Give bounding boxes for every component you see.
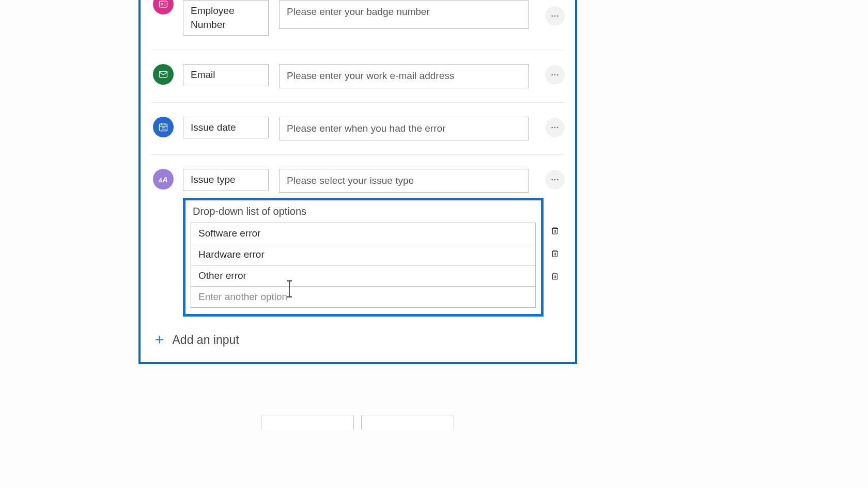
dropdown-options-list [191,223,536,308]
svg-rect-9 [160,71,167,77]
footer-button[interactable] [261,416,354,429]
input-prompt-field[interactable]: Please enter your badge number [279,0,529,29]
dropdown-panel-title: Drop-down list of options [193,206,536,217]
text-aa-glyph: AA [159,176,168,184]
ellipsis-icon [550,11,560,21]
text-type-icon: AA [153,169,174,190]
svg-point-22 [554,179,556,181]
svg-text:21: 21 [162,127,166,130]
svg-point-21 [551,179,553,181]
dropdown-option-input[interactable] [191,223,535,244]
dropdown-delete-column [549,225,561,282]
delete-option-button[interactable] [549,271,561,282]
dropdown-option-row [191,244,535,265]
svg-point-10 [551,74,553,76]
row-more-button[interactable] [545,118,565,137]
dropdown-option-row [191,223,535,244]
input-name-field[interactable]: Issue date [183,117,269,139]
dropdown-option-input[interactable] [191,265,535,286]
ellipsis-icon [550,175,560,184]
svg-point-12 [557,74,559,76]
plus-icon: + [155,332,164,348]
row-more-button[interactable] [545,65,565,85]
ellipsis-icon [550,70,560,80]
svg-rect-30 [553,274,557,280]
dropdown-new-option-input[interactable] [191,287,535,307]
svg-point-11 [554,74,556,76]
ellipsis-icon [550,123,560,132]
delete-option-button[interactable] [549,248,561,259]
svg-rect-0 [160,1,167,7]
input-name-field[interactable]: Email [183,64,269,86]
footer-button-group [261,416,454,429]
input-row-employee-number: Employee Number Please enter your badge … [151,0,565,50]
email-type-icon [153,64,174,85]
number-type-icon [153,0,174,14]
add-input-label: Add an input [173,333,239,347]
svg-point-23 [557,179,559,181]
trigger-inputs-card: Employee Number Please enter your badge … [138,0,577,364]
input-row-email: Email Please enter your work e-mail addr… [151,50,565,102]
dropdown-options-panel: Drop-down list of options [183,198,544,317]
date-type-icon: 21 [153,117,174,137]
svg-point-19 [554,127,556,128]
trash-icon [550,249,560,258]
svg-point-6 [551,15,553,17]
svg-point-18 [551,127,553,128]
trash-icon [550,226,560,235]
trash-icon [550,272,560,281]
dropdown-option-input[interactable] [191,244,535,265]
input-prompt-field[interactable]: Please enter when you had the error [279,117,529,140]
delete-option-button[interactable] [549,225,561,237]
input-prompt-field[interactable]: Please select your issue type [279,169,529,193]
svg-rect-24 [553,229,557,234]
input-row-issue-type: AA Issue type Please select your issue t… [151,155,565,322]
footer-button[interactable] [361,416,454,429]
row-more-button[interactable] [545,6,565,26]
svg-point-8 [557,15,559,17]
input-prompt-field[interactable]: Please enter your work e-mail address [279,64,529,88]
svg-point-20 [557,127,559,128]
svg-rect-27 [553,251,557,257]
dropdown-option-row-new [191,287,535,307]
add-input-button[interactable]: + Add an input [151,322,565,355]
input-name-field[interactable]: Employee Number [183,0,269,36]
svg-point-7 [554,15,556,17]
dropdown-option-row [191,265,535,287]
input-name-field[interactable]: Issue type [183,169,269,191]
row-more-button[interactable] [545,170,565,190]
input-row-issue-date: 21 Issue date Please enter when you had … [151,103,565,155]
